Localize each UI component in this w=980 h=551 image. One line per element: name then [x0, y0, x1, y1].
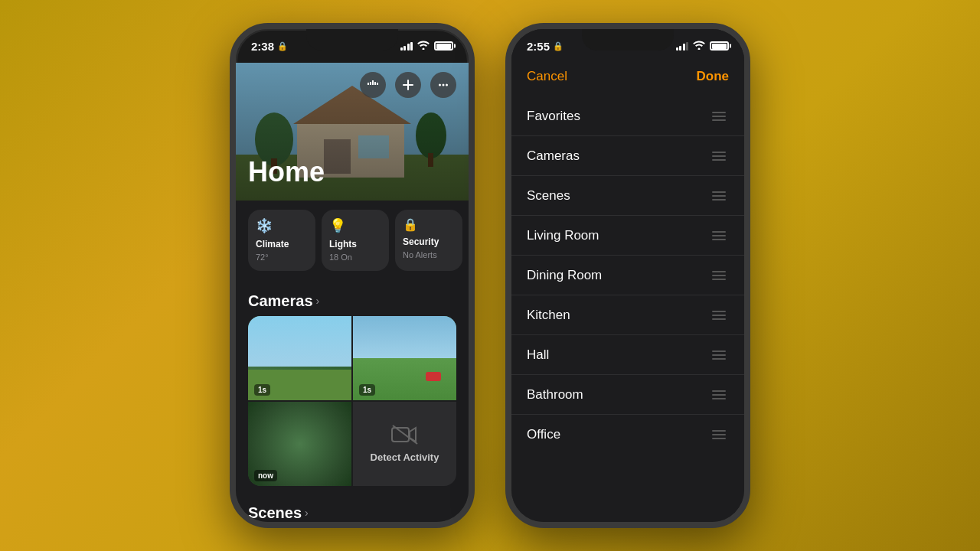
living-room-handle[interactable] — [709, 228, 729, 243]
time-display-2: 2:55 — [527, 40, 550, 53]
scenes-section-header[interactable]: Scenes › — [236, 492, 469, 522]
more-button[interactable] — [430, 72, 456, 98]
signal-icon-2 — [676, 42, 689, 51]
home-scroll[interactable]: Home ❄️ Climate 72° 💡 Lights 18 On — [236, 63, 469, 522]
waveform-button[interactable] — [360, 72, 386, 98]
status-icons-1 — [400, 41, 454, 52]
list-item-kitchen[interactable]: Kitchen — [511, 295, 744, 335]
scenes-label: Scenes — [527, 188, 570, 204]
list-item-cameras[interactable]: Cameras — [511, 136, 744, 176]
done-button[interactable]: Done — [697, 69, 730, 84]
home-title-area: Home — [236, 150, 469, 201]
climate-sub: 72° — [256, 253, 269, 262]
status-icons-2 — [676, 41, 730, 52]
camera-3-timestamp: now — [254, 470, 277, 481]
room-list: Favorites Cameras Scenes Living Room — [511, 96, 744, 455]
wifi-icon — [417, 41, 430, 52]
cameras-chevron: › — [316, 295, 320, 307]
dining-room-label: Dining Room — [527, 268, 602, 283]
bathroom-label: Bathroom — [527, 387, 583, 403]
cameras-label: Cameras — [527, 148, 580, 164]
living-room-label: Living Room — [527, 228, 599, 243]
detect-activity-label: Detect Activity — [371, 452, 439, 463]
lights-icon: 💡 — [329, 217, 346, 234]
battery-icon-2 — [710, 41, 729, 51]
lights-sub: 18 On — [329, 253, 352, 262]
security-icon: 🔒 — [403, 217, 418, 232]
signal-icon — [400, 42, 413, 51]
notch-2 — [582, 29, 674, 51]
list-item-bathroom[interactable]: Bathroom — [511, 375, 744, 415]
kitchen-handle[interactable] — [709, 308, 729, 323]
lights-tile[interactable]: 💡 Lights 18 On — [322, 210, 389, 271]
home-header-buttons — [236, 63, 469, 104]
status-time-1: 2:38 🔒 — [251, 40, 288, 53]
list-item-hall[interactable]: Hall — [511, 335, 744, 375]
camera-2-timestamp: 1s — [359, 384, 375, 396]
camera-1[interactable]: 1s — [248, 316, 351, 400]
scenes-chevron: › — [305, 507, 309, 519]
page-title: Home — [248, 156, 456, 188]
time-display: 2:38 — [251, 40, 274, 53]
office-label: Office — [527, 427, 560, 442]
no-video-icon — [391, 424, 419, 445]
security-label: Security — [403, 236, 439, 247]
cameras-section-header[interactable]: Cameras › — [236, 280, 469, 316]
climate-label: Climate — [256, 239, 289, 249]
office-handle[interactable] — [709, 427, 729, 442]
list-item-favorites[interactable]: Favorites — [511, 96, 744, 136]
scenes-section-title: Scenes — [248, 504, 302, 522]
cancel-button[interactable]: Cancel — [527, 69, 567, 84]
lock-status-icon: 🔒 — [277, 41, 288, 51]
phone-list: 2:55 🔒 Cancel — [505, 23, 750, 528]
cameras-handle[interactable] — [709, 148, 729, 164]
list-content: Cancel Done Favorites Cameras Scenes — [511, 29, 744, 522]
wifi-icon-2 — [693, 41, 705, 52]
camera-grid: 1s 1s now — [248, 316, 456, 486]
lock-status-icon-2: 🔒 — [553, 41, 564, 51]
camera-2[interactable]: 1s — [353, 316, 456, 400]
climate-tile[interactable]: ❄️ Climate 72° — [248, 210, 315, 271]
favorites-handle[interactable] — [709, 109, 729, 124]
notch — [306, 29, 398, 51]
list-item-office[interactable]: Office — [511, 415, 744, 455]
status-time-2: 2:55 🔒 — [527, 40, 564, 53]
bathroom-handle[interactable] — [709, 387, 729, 403]
security-sub: No Alerts — [403, 250, 437, 260]
hero-image: Home — [236, 63, 469, 201]
quick-tiles: ❄️ Climate 72° 💡 Lights 18 On 🔒 Security… — [236, 201, 469, 280]
svg-rect-13 — [392, 428, 409, 442]
hall-handle[interactable] — [709, 347, 729, 363]
scenes-handle[interactable] — [709, 188, 729, 204]
phone-home: 2:38 🔒 — [230, 23, 475, 528]
lights-label: Lights — [329, 239, 357, 249]
camera-3[interactable]: now — [248, 402, 351, 486]
list-item-living-room[interactable]: Living Room — [511, 216, 744, 256]
kitchen-label: Kitchen — [527, 308, 570, 323]
camera-4-detect-activity[interactable]: Detect Activity — [353, 402, 456, 486]
add-button[interactable] — [395, 72, 421, 98]
security-tile[interactable]: 🔒 Security No Alerts — [395, 210, 462, 271]
list-item-scenes[interactable]: Scenes — [511, 176, 744, 216]
hall-label: Hall — [527, 347, 549, 363]
list-item-dining-room[interactable]: Dining Room — [511, 256, 744, 295]
battery-icon — [434, 41, 453, 51]
svg-point-12 — [439, 84, 441, 86]
svg-point-10 — [443, 84, 445, 86]
svg-point-11 — [446, 84, 448, 86]
dining-room-handle[interactable] — [709, 268, 729, 283]
camera-1-timestamp: 1s — [254, 384, 270, 396]
home-body: ❄️ Climate 72° 💡 Lights 18 On 🔒 Security… — [236, 201, 469, 522]
favorites-label: Favorites — [527, 109, 580, 124]
cameras-section-title: Cameras — [248, 292, 313, 310]
climate-icon: ❄️ — [256, 217, 273, 234]
